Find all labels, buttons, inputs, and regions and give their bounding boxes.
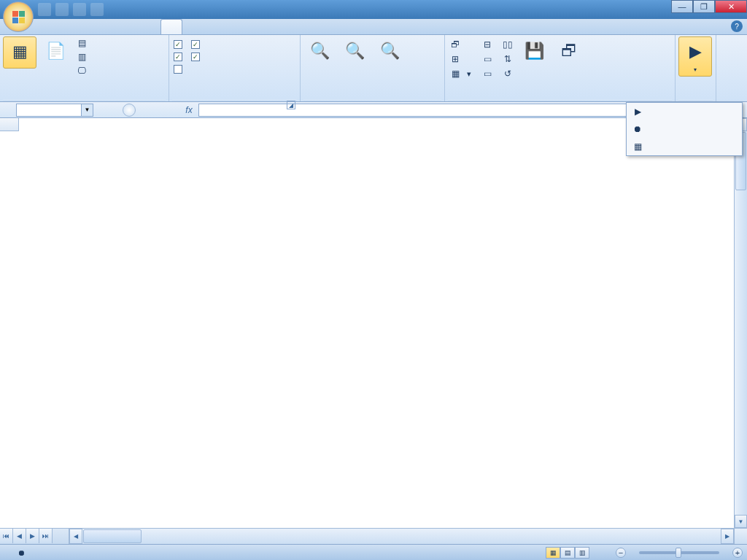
side-icon: ▯▯ — [502, 39, 514, 50]
view-page-icon[interactable]: ▤ — [560, 547, 575, 559]
worksheet-area: ▲ ▼ — [0, 118, 747, 528]
sync-scroll-button[interactable]: ⇅ — [500, 52, 515, 66]
redo-icon[interactable] — [73, 3, 86, 16]
sheet-tab-bar: ⏮ ◀ ▶ ⏭ ◀ ▶ — [0, 528, 747, 544]
ribbon: ▦ 📄 ▤ ▥ 🖵 ✓ ✓ ✓ ✓ ◢ 🔍 🔍 — [0, 35, 747, 102]
chk-gridlines[interactable]: ✓ — [172, 52, 187, 62]
dialog-launcher-icon[interactable]: ◢ — [287, 101, 295, 109]
switch-windows-button[interactable]: 🗗 — [553, 36, 585, 67]
arrange-button[interactable]: ⊞ — [448, 52, 473, 66]
select-all-corner[interactable] — [0, 118, 19, 131]
zoom-selection-button[interactable]: 🔍 — [374, 36, 406, 67]
minimize-button[interactable]: — — [671, 0, 693, 13]
view-break-icon[interactable]: ▥ — [575, 547, 589, 559]
reset-pos-button[interactable]: ↺ — [500, 67, 515, 80]
split-icon: ⊟ — [481, 39, 493, 50]
menu-view-macros[interactable]: ▶ — [627, 103, 742, 120]
hide-icon: ▭ — [481, 53, 493, 65]
chk-msgbar[interactable] — [172, 64, 187, 74]
menu-record-macro[interactable]: ⏺ — [627, 120, 742, 138]
chk-ruler[interactable]: ✓ — [172, 39, 187, 50]
sheet-nav-next[interactable]: ▶ — [26, 529, 39, 543]
zoom-slider[interactable] — [639, 551, 719, 554]
view-side-button[interactable]: ▯▯ — [500, 38, 515, 51]
view-fullscreen-button[interactable]: 🖵 — [74, 64, 92, 77]
zoom-sel-icon: 🔍 — [378, 39, 401, 63]
fullscreen-icon: 🖵 — [76, 65, 88, 77]
undo-icon[interactable] — [55, 3, 69, 16]
macro-icon: ▶ — [684, 40, 707, 63]
dropdown-icon[interactable]: ▼ — [81, 104, 93, 116]
view-normal-icon[interactable]: ▦ — [546, 547, 560, 559]
sheet-nav-last[interactable]: ⏭ — [39, 529, 53, 543]
sync-icon: ⇅ — [502, 53, 514, 65]
tab-insert[interactable] — [58, 19, 79, 34]
chk-formula-bar[interactable]: ✓ — [190, 39, 204, 50]
tab-developer[interactable] — [182, 19, 203, 34]
scroll-right-icon[interactable]: ▶ — [721, 529, 734, 544]
tab-page-layout[interactable] — [79, 19, 99, 34]
vertical-scrollbar[interactable]: ▲ ▼ — [734, 118, 747, 528]
pagebreak-icon: ▤ — [76, 37, 88, 49]
tab-home[interactable] — [38, 19, 58, 34]
scroll-thumb[interactable] — [83, 529, 142, 543]
record-icon: ⏺ — [631, 123, 644, 135]
tab-data[interactable] — [120, 19, 140, 34]
qat-more-icon[interactable] — [90, 3, 104, 16]
ribbon-tabs: ? — [0, 19, 747, 35]
page-icon: 📄 — [44, 39, 67, 63]
name-box[interactable]: ▼ — [16, 104, 93, 117]
sheet-nav-first[interactable]: ⏮ — [0, 529, 13, 543]
zoom-100-button[interactable]: 🔍 — [338, 36, 371, 67]
split-button[interactable]: ⊟ — [480, 38, 495, 51]
cancel-icon[interactable] — [123, 104, 136, 117]
tab-formulas[interactable] — [99, 19, 120, 34]
quick-access-toolbar — [38, 3, 104, 16]
macro-record-icon[interactable]: ⏺ — [18, 548, 26, 557]
zoom-in-button[interactable]: + — [732, 548, 743, 558]
reset-icon: ↺ — [502, 68, 514, 79]
window-icon: 🗗 — [449, 39, 461, 50]
macros-button[interactable]: ▶▾ — [678, 36, 712, 77]
unhide-button[interactable]: ▭ — [480, 67, 495, 80]
maximize-button[interactable]: ❐ — [693, 0, 715, 13]
view-pagebreak-button[interactable]: ▤ — [74, 36, 92, 50]
save-workspace-button[interactable]: 💾 — [518, 36, 550, 67]
hide-button[interactable]: ▭ — [480, 52, 495, 66]
horizontal-scrollbar[interactable]: ◀ ▶ — [69, 529, 734, 544]
group-label-window — [448, 99, 672, 101]
new-window-button[interactable]: 🗗 — [448, 38, 473, 51]
sheet-nav-prev[interactable]: ◀ — [13, 529, 26, 543]
help-icon[interactable]: ? — [731, 20, 743, 32]
save-icon[interactable] — [38, 3, 51, 16]
chk-headings[interactable]: ✓ — [190, 52, 204, 62]
checkbox-icon: ✓ — [191, 52, 200, 61]
macro-dropdown-menu: ▶ ⏺ ▦ — [626, 102, 743, 156]
fx-button[interactable]: fx — [179, 104, 198, 117]
zoom-button[interactable]: 🔍 — [303, 36, 336, 67]
group-label-macros — [678, 99, 713, 101]
tab-review[interactable] — [140, 19, 160, 34]
group-label-show-hide: ◢ — [172, 99, 297, 101]
zoom-icon: 🔍 — [308, 39, 331, 63]
menu-relative-ref[interactable]: ▦ — [627, 138, 742, 155]
group-label-workbook-views — [3, 99, 166, 101]
view-page-layout-button[interactable]: 📄 — [39, 36, 71, 67]
grid-ref-icon: ▦ — [631, 141, 644, 152]
save-ws-icon: 💾 — [522, 39, 546, 63]
freeze-panes-button[interactable]: ▦ ▾ — [448, 67, 473, 80]
row-headers — [0, 131, 19, 528]
view-custom-button[interactable]: ▥ — [74, 50, 92, 63]
checkbox-icon: ✓ — [174, 52, 182, 61]
office-button[interactable] — [3, 1, 34, 32]
checkbox-icon — [174, 65, 182, 74]
view-normal-button[interactable]: ▦ — [3, 36, 36, 69]
tab-view[interactable] — [160, 19, 182, 34]
zoom-out-button[interactable]: − — [616, 548, 626, 558]
unhide-icon: ▭ — [481, 68, 493, 79]
grid-icon: ▦ — [8, 40, 31, 63]
scroll-down-icon[interactable]: ▼ — [735, 515, 747, 528]
close-button[interactable]: ✕ — [715, 0, 747, 13]
scroll-left-icon[interactable]: ◀ — [69, 529, 82, 544]
status-bar: ⏺ ▦ ▤ ▥ − + — [0, 544, 747, 560]
